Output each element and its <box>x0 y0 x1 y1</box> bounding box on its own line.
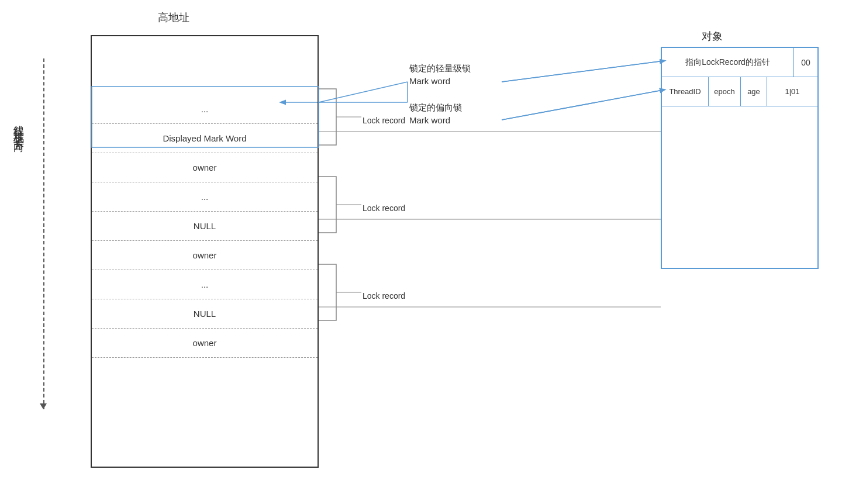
lock-record-label-2: Lock record <box>363 203 405 213</box>
stack-row-dots-2: ... <box>92 182 318 212</box>
stack-row-displayed-mark-word: Displayed Mark Word <box>92 124 318 153</box>
stack-row-owner-1: owner <box>92 153 318 182</box>
high-address-label: 高地址 <box>158 11 189 25</box>
svg-line-10 <box>319 82 408 102</box>
svg-line-9 <box>502 91 660 120</box>
stack-row-empty <box>92 358 318 387</box>
stack-row-owner-3: owner <box>92 329 318 358</box>
lightweight-mark-word-label: Mark word <box>409 76 450 86</box>
object-label: 对象 <box>702 29 723 43</box>
svg-line-8 <box>502 61 660 82</box>
stack-box: ... Displayed Mark Word owner ... NULL o… <box>91 35 319 468</box>
object-box: 指向LockRecord的指针 00 ThreadID epoch age 1|… <box>661 47 819 269</box>
obj-cell-age: age <box>741 77 767 106</box>
lock-record-label-3: Lock record <box>363 291 405 301</box>
obj-cell-00: 00 <box>794 48 817 77</box>
obj-row-1: 指向LockRecord的指针 00 <box>662 48 817 77</box>
obj-row-2: ThreadID epoch age 1|01 <box>662 77 817 106</box>
lightweight-lock-label: 锁定的轻量级锁 <box>409 63 471 74</box>
lock-record-label-1: Lock record <box>363 116 405 125</box>
obj-cell-epoch: epoch <box>709 77 741 106</box>
obj-cell-threadid: ThreadID <box>662 77 709 106</box>
diagram-container: 高地址 线程堆栈生长方向 ... Displayed Mark Word own… <box>0 0 842 504</box>
biased-mark-word-label: Mark word <box>409 115 450 125</box>
stack-growth-arrow <box>40 403 47 409</box>
stack-row-dots-3: ... <box>92 270 318 299</box>
stack-growth-label: 线程堆栈生长方向 <box>12 117 25 136</box>
obj-cell-pointer: 指向LockRecord的指针 <box>662 48 794 77</box>
svg-line-15 <box>502 91 660 120</box>
stack-row-owner-2: owner <box>92 241 318 270</box>
stack-row-null-2: NULL <box>92 299 318 329</box>
biased-lock-label: 锁定的偏向锁 <box>409 102 462 113</box>
stack-growth-line <box>43 58 44 409</box>
svg-line-14 <box>502 61 660 82</box>
stack-row-null-1: NULL <box>92 212 318 241</box>
stack-row-dots-1: ... <box>92 95 318 124</box>
obj-cell-101: 1|01 <box>767 77 817 106</box>
